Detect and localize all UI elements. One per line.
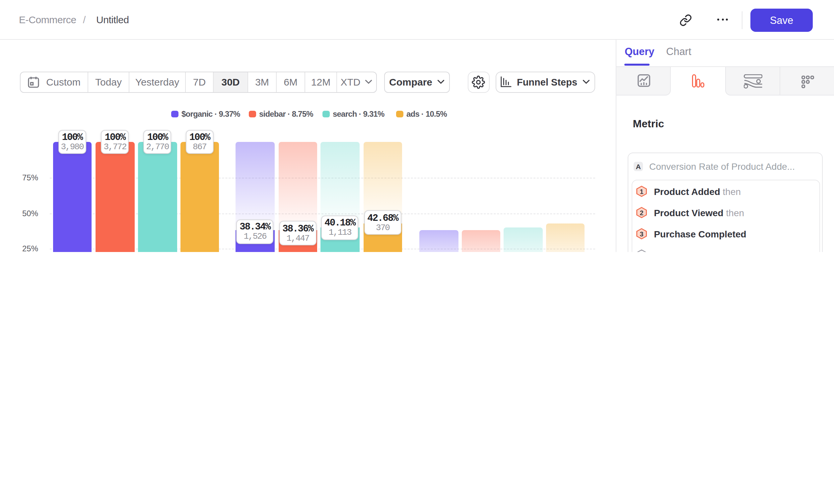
svg-text:1: 1 (639, 188, 643, 195)
svg-text:2: 2 (639, 209, 643, 216)
svg-text:3: 3 (639, 230, 643, 238)
